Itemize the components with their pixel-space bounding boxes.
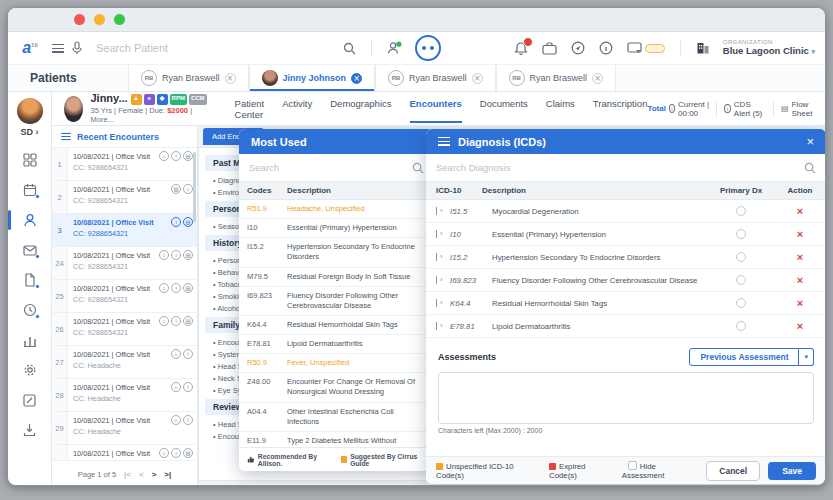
encounter-row[interactable]: 2910/08/2021 | Office Visit⌂iCC: Headach… <box>52 412 197 445</box>
close-icon[interactable]: × <box>472 73 483 84</box>
previous-assessment-caret[interactable]: ▾ <box>799 348 814 366</box>
info-icon[interactable]: i <box>171 448 181 458</box>
diagnosis-row[interactable]: ›I69.823Fluency Disorder Following Other… <box>426 269 825 292</box>
prev-page-button[interactable]: < <box>139 470 144 479</box>
info-icon[interactable]: i <box>171 250 181 260</box>
search-icon[interactable] <box>412 162 424 174</box>
menu-icon[interactable] <box>52 44 64 53</box>
cds-alert-chip[interactable]: i CDS Alert (5) <box>724 100 766 118</box>
doc-icon[interactable]: ▤ <box>171 184 181 194</box>
code-row[interactable]: M79.5Residual Foreign Body In Soft Tissu… <box>239 268 434 287</box>
expand-icon[interactable]: › <box>436 207 450 215</box>
patient-tab[interactable]: Jinny Johnson× <box>249 65 376 91</box>
user-initials[interactable]: SD › <box>21 127 39 137</box>
primary-dx-radio[interactable] <box>736 298 746 308</box>
lock-icon[interactable]: ⌂ <box>159 250 169 260</box>
info-icon[interactable] <box>599 41 613 55</box>
add-user-icon[interactable] <box>387 41 402 55</box>
expand-icon[interactable]: › <box>436 230 450 238</box>
lock-icon[interactable]: ⌂ <box>159 448 169 458</box>
compose-icon[interactable] <box>17 387 43 413</box>
search-icon[interactable] <box>804 162 816 174</box>
encounter-row[interactable]: 210/08/2021 | Office Visit▤⌂CC: 92886543… <box>52 181 197 214</box>
expand-icon[interactable]: › <box>436 299 450 307</box>
code-row[interactable]: Z48.00Encounter For Change Or Removal Of… <box>239 373 434 402</box>
encounter-row[interactable]: 2510/08/2021 | Office Visit⌂i▤CC: 928865… <box>52 280 197 313</box>
patient-search-input[interactable] <box>96 42 336 54</box>
encounter-row[interactable]: 2810/08/2021 | Office Visit⌂iCC: Headach… <box>52 379 197 412</box>
close-icon[interactable]: × <box>225 73 236 84</box>
mic-icon[interactable] <box>71 41 83 55</box>
code-row[interactable]: E11.9Type 2 Diabetes Mellitus Without <box>239 432 434 447</box>
remove-icon[interactable]: × <box>774 251 825 263</box>
scrollbar-thumb[interactable] <box>193 152 196 222</box>
diagnosis-row[interactable]: ›I51.5Myocardial Degeneration× <box>426 200 825 223</box>
code-row[interactable]: I15.2Hypertension Secondary To Endocrine… <box>239 238 434 267</box>
info-icon[interactable]: i <box>171 151 181 161</box>
lock-icon[interactable]: ⌂ <box>159 283 169 293</box>
doc-icon[interactable]: ▤ <box>183 448 193 458</box>
notifications-bell-icon[interactable] <box>514 41 528 56</box>
info-icon[interactable]: i <box>183 349 193 359</box>
diagnosis-row[interactable]: ›I15.2Hypertension Secondary To Endocrin… <box>426 246 825 269</box>
lock-icon[interactable]: ⌂ <box>171 415 181 425</box>
lock-icon[interactable]: ⌂ <box>159 316 169 326</box>
diagnosis-search-input[interactable] <box>436 162 804 173</box>
tab-activity[interactable]: Activity <box>282 89 312 129</box>
patient-tab[interactable]: RBRyan Braswell× <box>496 65 617 91</box>
user-avatar[interactable] <box>17 98 43 124</box>
lock-icon[interactable]: ⌂ <box>171 349 181 359</box>
code-row[interactable]: I10Essential (Primary) Hypertension <box>239 219 434 238</box>
most-used-search-input[interactable] <box>249 162 412 173</box>
signout-icon[interactable] <box>17 417 43 443</box>
doc-icon[interactable]: ▤ <box>183 316 193 326</box>
flow-sheet-chip[interactable]: ▤ Flow Sheet <box>781 100 817 118</box>
lock-icon[interactable]: ⌂ <box>183 184 193 194</box>
ai-assistant-icon[interactable] <box>415 35 441 61</box>
next-page-button[interactable]: > <box>152 470 157 479</box>
first-page-button[interactable]: |< <box>124 470 131 479</box>
send-icon[interactable] <box>571 41 585 55</box>
assessment-textarea[interactable] <box>438 372 814 424</box>
documents-icon[interactable] <box>17 267 43 293</box>
diagnosis-row[interactable]: ›I10Essential (Primary) Hypertension× <box>426 223 825 246</box>
code-row[interactable]: K64.4Residual Hemorrhoidal Skin Tags <box>239 316 434 335</box>
lock-icon[interactable]: ⌂ <box>159 151 169 161</box>
tab-demographics[interactable]: Demographics <box>330 89 391 129</box>
doc-icon[interactable]: ▤ <box>183 250 193 260</box>
screen-share-icon[interactable] <box>627 42 665 55</box>
remove-icon[interactable]: × <box>774 205 825 217</box>
code-row[interactable]: R50.9Fever, Unspecified <box>239 354 434 373</box>
encounters-menu-icon[interactable] <box>61 133 71 140</box>
info-icon[interactable]: i <box>183 382 193 392</box>
close-icon[interactable]: × <box>351 73 362 84</box>
encounter-row[interactable]: 2710/08/2021 | Office Visit⌂iCC: Headach… <box>52 346 197 379</box>
maximize-window-button[interactable] <box>114 14 125 25</box>
expand-icon[interactable]: › <box>436 253 450 261</box>
lock-icon[interactable]: ⌂ <box>171 382 181 392</box>
info-icon[interactable]: i <box>171 316 181 326</box>
dashboard-icon[interactable] <box>17 147 43 173</box>
history-icon[interactable] <box>17 297 43 323</box>
hide-assessment-checkbox[interactable] <box>628 461 637 470</box>
patient-tab[interactable]: RBRyan Braswell× <box>128 65 249 91</box>
encounter-row[interactable]: 2610/08/2021 | Office Visit⌂i▤CC: 928865… <box>52 313 197 346</box>
diagnosis-menu-icon[interactable] <box>438 137 450 146</box>
code-row[interactable]: R51.9Headache, Unspecified <box>239 200 434 219</box>
remove-icon[interactable]: × <box>774 228 825 240</box>
expand-icon[interactable]: › <box>436 276 450 284</box>
previous-assessment-button[interactable]: Previous Assessment <box>689 348 799 366</box>
primary-dx-radio[interactable] <box>736 229 746 239</box>
encounter-row[interactable]: 310/08/2021 | Office Visiti▤CC: 92886543… <box>52 214 197 247</box>
doc-icon[interactable]: ▤ <box>183 283 193 293</box>
encounter-row[interactable]: 2410/08/2021 | Office Visit⌂i▤CC: 928865… <box>52 247 197 280</box>
code-row[interactable]: E78.81Lipoid Dermatoarthritis <box>239 335 434 354</box>
doc-icon[interactable]: ▤ <box>183 151 193 161</box>
organization-selector[interactable]: ORGANIZATION Blue Lagoon Clinic ▾ <box>723 39 815 56</box>
info-icon[interactable]: i <box>171 283 181 293</box>
minimize-window-button[interactable] <box>94 14 105 25</box>
messages-icon[interactable] <box>17 237 43 263</box>
code-row[interactable]: I69.823Fluency Disorder Following Other … <box>239 287 434 316</box>
remove-icon[interactable]: × <box>774 320 825 332</box>
primary-dx-radio[interactable] <box>736 252 746 262</box>
